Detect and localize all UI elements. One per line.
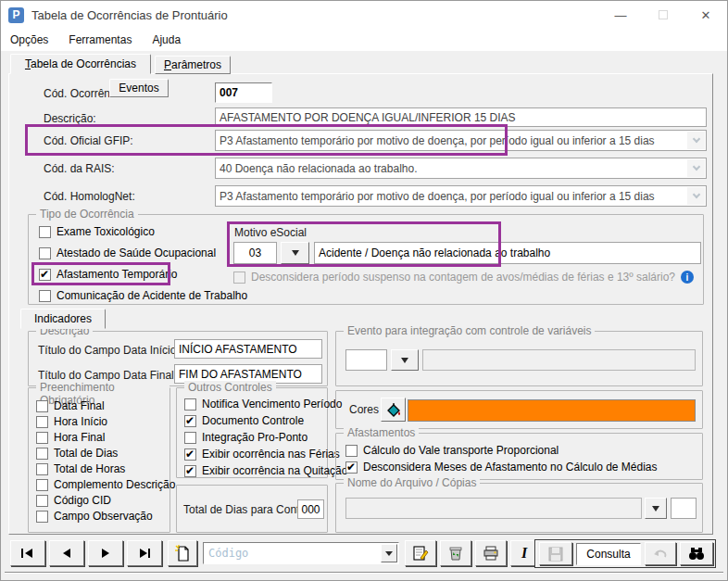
titulo-data-inicio-input[interactable]: INÍCIO AFASTAMENTO <box>174 339 322 359</box>
checkbox-box[interactable] <box>36 495 48 507</box>
descricao-input[interactable]: AFASTAMENTO POR DOENÇA IGUAL/INFERIOR 15… <box>215 107 707 127</box>
chevron-down-icon[interactable] <box>687 159 705 177</box>
checkbox-label: Atestado de Saúde Ocupacional <box>56 246 216 259</box>
checkbox-exame-toxicologico[interactable]: Exame Toxicológico <box>39 225 155 238</box>
motivo-esocial-code-input[interactable]: 03 <box>233 242 277 264</box>
checkbox-exibir-quitacao[interactable]: Exibir ocorrência na Quitação <box>184 464 347 477</box>
checkbox-hora-final[interactable]: Hora Final <box>36 431 105 444</box>
checkbox-vale-transporte[interactable]: Cálculo do Vale transporte Proporcional <box>345 444 559 457</box>
nav-first-button[interactable] <box>10 540 45 566</box>
evento-integracao-group: Evento para integração com controle de v… <box>335 331 703 386</box>
checkbox-box[interactable] <box>36 432 48 444</box>
checkbox-comunicacao-acidente[interactable]: Comunicação de Acidente de Trabalho <box>39 289 247 302</box>
checkbox-notifica-vencimento[interactable]: Notifica Vencimento Período <box>184 398 342 410</box>
nome-arquivo-field <box>345 498 642 519</box>
checkbox-total-de-horas[interactable]: Total de Horas <box>36 462 125 475</box>
combo-placeholder: Código <box>204 547 248 560</box>
checkbox-documento-controle[interactable]: Documento Controle <box>184 414 304 427</box>
checkbox-box[interactable] <box>36 479 48 491</box>
menu-ferramentas[interactable]: Ferramentas <box>69 33 132 46</box>
print-button[interactable] <box>475 540 507 566</box>
edit-record-button[interactable] <box>405 540 436 566</box>
nav-last-button[interactable] <box>127 540 162 566</box>
nav-previous-button[interactable] <box>49 540 84 566</box>
checkbox-hora-inicio[interactable]: Hora Início <box>36 415 107 428</box>
tab-eventos[interactable]: Eventos <box>109 79 169 97</box>
motivo-esocial-dropdown-button[interactable] <box>281 242 309 264</box>
cod-homolognet-label: Cód. HomologNet: <box>44 190 135 203</box>
nav-next-button[interactable] <box>88 540 123 566</box>
checkbox-box[interactable] <box>184 465 196 477</box>
color-swatch[interactable] <box>408 399 696 422</box>
evento-code-input[interactable] <box>345 349 387 371</box>
bottom-divider <box>5 572 723 574</box>
checkbox-label: Data Final <box>54 399 105 412</box>
checkbox-box[interactable] <box>36 416 48 428</box>
checkbox-afastamento-temporario[interactable]: Afastamento Temporário <box>39 268 178 281</box>
tab-parametros[interactable]: Parâmetros <box>155 56 231 74</box>
combo-dropdown-button[interactable] <box>381 544 397 562</box>
maximize-button[interactable] <box>642 1 684 29</box>
checkbox-label: Documento Controle <box>202 414 304 427</box>
cod-oficial-gfip-dropdown[interactable]: P3 Afastamento temporário por motivo de … <box>215 130 707 151</box>
close-button[interactable]: ✕ <box>684 1 727 29</box>
new-record-button[interactable] <box>168 540 197 566</box>
checkbox-box[interactable] <box>184 398 196 410</box>
undo-button[interactable] <box>645 542 676 565</box>
cores-box: Cores <box>335 390 703 429</box>
find-button[interactable] <box>680 542 713 565</box>
checkbox-box[interactable] <box>39 290 51 302</box>
chevron-down-icon[interactable] <box>687 132 705 149</box>
info-icon[interactable]: i <box>681 271 694 284</box>
checkbox-label: Hora Início <box>54 415 107 428</box>
checkbox-label: Campo Observação <box>54 510 153 523</box>
checkbox-integracao-pro-ponto[interactable]: Integração Pro-Ponto <box>184 431 308 444</box>
checkbox-box[interactable] <box>184 448 196 461</box>
triangle-down-icon <box>652 506 659 512</box>
save-button[interactable] <box>539 542 572 565</box>
checkbox-atestado-saude[interactable]: Atestado de Saúde Ocupacional <box>39 246 216 259</box>
total-dias-controle-input[interactable]: 000 <box>297 499 324 519</box>
checkbox-desconsidera-meses[interactable]: Desconsidera Meses de Afastamento no Cál… <box>345 461 658 474</box>
checkbox-box[interactable] <box>36 511 48 523</box>
minimize-button[interactable]: — <box>599 1 642 29</box>
checkbox-label: Exibir ocorrência nas Férias <box>202 448 340 461</box>
checkbox-complemento-descricao[interactable]: Complemento Descrição <box>36 478 175 491</box>
afastamentos-group: Afastamentos Cálculo do Vale transporte … <box>335 433 703 480</box>
checkbox-box[interactable] <box>36 448 48 460</box>
checkbox-exibir-ferias[interactable]: Exibir ocorrência nas Férias <box>184 448 340 461</box>
checkbox-box[interactable] <box>36 463 48 475</box>
menu-opcoes[interactable]: Opções <box>10 33 48 46</box>
checkbox-campo-observacao[interactable]: Campo Observação <box>36 510 153 523</box>
record-search-combo[interactable]: Código <box>203 542 399 564</box>
checkbox-box[interactable] <box>39 247 51 259</box>
descricao-indicadores-group: Descrição Título do Campo Data Início: I… <box>28 331 328 386</box>
checkbox-codigo-cid[interactable]: Código CID <box>36 494 111 507</box>
checkbox-label: Integração Pro-Ponto <box>202 431 308 444</box>
evento-dropdown-button[interactable] <box>391 349 419 371</box>
checkbox-label: Exame Toxicológico <box>56 225 155 238</box>
copias-input[interactable] <box>671 498 697 519</box>
tab-tabela-de-ocorrencias[interactable]: Tabela de Ocorrências <box>10 54 151 74</box>
checkbox-box[interactable] <box>184 432 196 444</box>
checkbox-box[interactable] <box>36 400 48 412</box>
checkbox-box[interactable] <box>39 269 51 281</box>
checkbox-box[interactable] <box>345 461 358 474</box>
checkbox-data-final[interactable]: Data Final <box>36 399 105 412</box>
checkbox-box[interactable] <box>184 415 196 427</box>
tab-indicadores[interactable]: Indicadores <box>20 309 106 329</box>
checkbox-box[interactable] <box>345 445 358 457</box>
cod-da-rais-dropdown[interactable]: 40 Doença não relacionada ao trabalho. <box>215 158 707 179</box>
checkbox-box[interactable] <box>39 226 51 238</box>
undo-icon <box>652 548 669 561</box>
nome-arquivo-dropdown-button[interactable] <box>645 498 667 519</box>
menu-ajuda[interactable]: Ajuda <box>152 33 181 46</box>
cod-homolognet-dropdown[interactable]: P3 Afastamento temporário por motivo de … <box>215 185 707 207</box>
triangle-down-icon <box>401 358 408 363</box>
color-picker-button[interactable] <box>381 398 406 422</box>
checkbox-label: Exibir ocorrência na Quitação <box>202 464 347 477</box>
cod-ocorrencia-input[interactable]: 007 <box>215 82 272 103</box>
checkbox-total-de-dias[interactable]: Total de Dias <box>36 447 118 460</box>
delete-record-button[interactable] <box>440 540 471 566</box>
chevron-down-icon[interactable] <box>687 187 705 205</box>
